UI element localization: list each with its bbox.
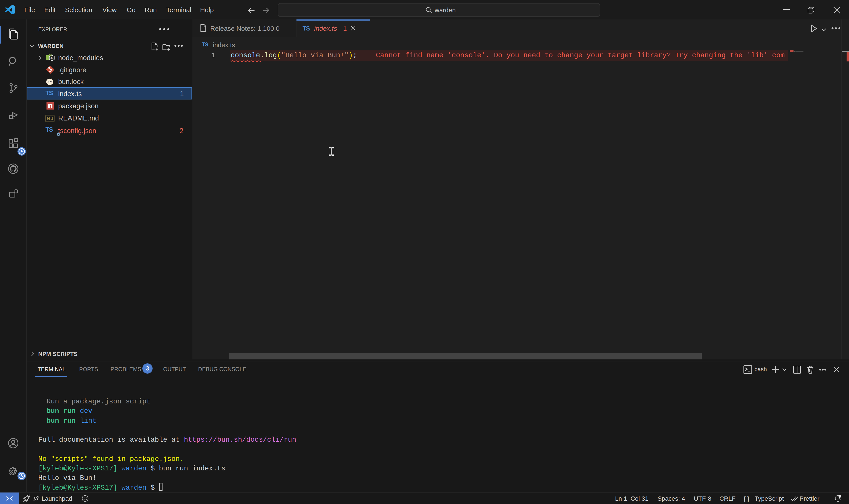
svg-text:JS: JS (50, 57, 53, 59)
